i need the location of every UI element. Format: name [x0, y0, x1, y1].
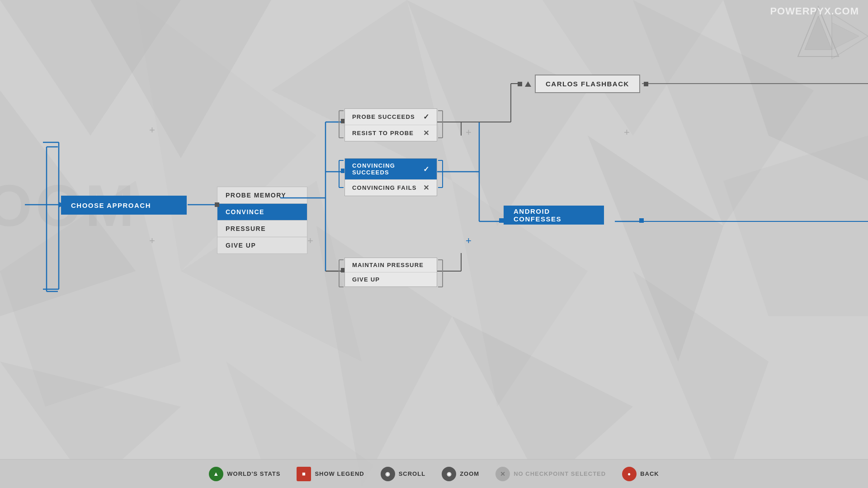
triangle-btn-icon: ▲	[209, 467, 223, 481]
back-btn[interactable]: ● BACK	[622, 467, 659, 481]
scroll-btn-icon: ◉	[381, 467, 395, 481]
worlds-stats-btn[interactable]: ▲ WORLD'S STATS	[209, 467, 280, 481]
crosshair-6: +	[149, 235, 155, 247]
convincing-fails-icon: ✕	[423, 183, 429, 192]
watermark: POWERPYX.COM	[770, 5, 859, 17]
zoom-btn-icon: ◉	[442, 467, 456, 481]
crosshair-5: +	[624, 127, 630, 138]
probe-succeeds-icon: ✓	[423, 113, 429, 121]
crosshair-1: +	[149, 124, 155, 136]
convincing-fails-item: CONVINCING FAILS ✕	[345, 180, 437, 196]
crosshair-3: +	[466, 235, 472, 247]
bottom-bar: ▲ WORLD'S STATS ■ SHOW LEGEND ◉ SCROLL ◉…	[0, 459, 868, 488]
menu-item-pressure[interactable]: PRESSURE	[217, 221, 307, 237]
carlos-flashback-dot	[518, 82, 522, 86]
back-btn-icon: ●	[622, 467, 637, 481]
zoom-btn[interactable]: ◉ ZOOM	[442, 467, 479, 481]
approach-menu: PROBE MEMORY CONVINCE PRESSURE GIVE UP	[217, 187, 307, 254]
menu-item-give-up[interactable]: GIVE UP	[217, 237, 307, 253]
show-legend-btn[interactable]: ■ SHOW LEGEND	[297, 467, 364, 481]
pressure-group: MAINTAIN PRESSURE GIVE UP	[344, 258, 437, 287]
blue-bracket-left	[40, 142, 62, 298]
carlos-flashback-container: CARLOS FLASHBACK	[518, 75, 648, 93]
choose-approach-node: CHOOSE APPROACH	[61, 196, 187, 215]
convincing-succeeds-icon: ✓	[423, 165, 429, 174]
x-btn-icon: ✕	[495, 467, 510, 481]
convincing-succeeds-item: CONVINCING SUCCEEDS ✓	[345, 159, 437, 180]
carlos-flashback-node: CARLOS FLASHBACK	[535, 75, 640, 93]
svg-marker-18	[633, 271, 769, 488]
scroll-btn[interactable]: ◉ SCROLL	[381, 467, 425, 481]
square-btn-icon: ■	[297, 467, 311, 481]
choose-approach-label: CHOOSE APPROACH	[71, 202, 151, 209]
carlos-flashback-triangle-icon	[525, 81, 531, 87]
give-up-item: GIVE UP	[345, 272, 437, 286]
android-confesses-node: ANDROID CONFESSES	[504, 206, 604, 225]
android-confesses-container: ANDROID CONFESSES	[504, 212, 525, 218]
crosshair-4: +	[466, 127, 472, 138]
probe-group: PROBE SUCCEEDS ✓ RESIST TO PROBE ✕	[344, 108, 437, 141]
no-checkpoint-btn: ✕ NO CHECKPOINT SELECTED	[495, 467, 606, 481]
probe-succeeds-item: PROBE SUCCEEDS ✓	[345, 109, 437, 125]
carlos-flashback-right-dot	[644, 82, 648, 86]
menu-item-convince[interactable]: CONVINCE	[217, 204, 307, 221]
resist-to-probe-icon: ✕	[423, 129, 429, 137]
maintain-pressure-item: MAINTAIN PRESSURE	[345, 258, 437, 272]
crosshair-2: +	[307, 235, 313, 247]
menu-item-probe-memory[interactable]: PROBE MEMORY	[217, 187, 307, 204]
resist-to-probe-item: RESIST TO PROBE ✕	[345, 125, 437, 141]
convince-group: CONVINCING SUCCEEDS ✓ CONVINCING FAILS ✕	[344, 158, 437, 196]
svg-marker-73	[805, 16, 832, 50]
